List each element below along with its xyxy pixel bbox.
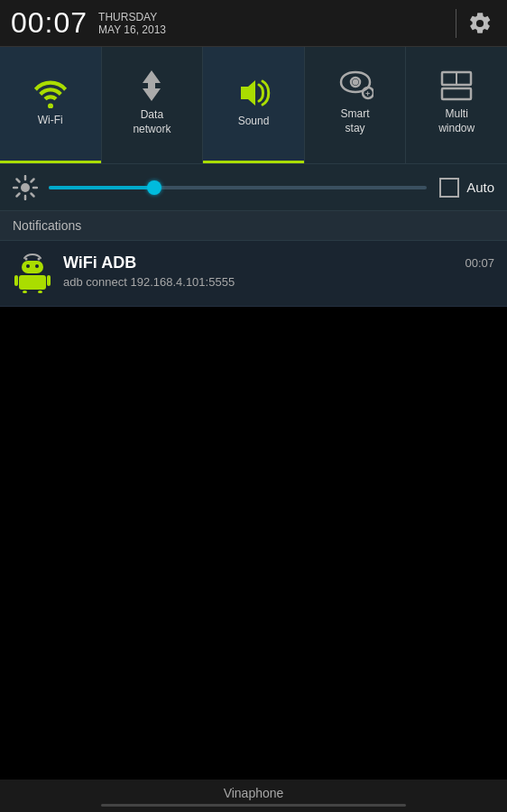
svg-point-23 [35, 264, 39, 268]
svg-rect-28 [38, 291, 42, 293]
svg-line-17 [32, 179, 34, 181]
notification-content: WiFi ADB adb connect 192.168.4.101:5555 [63, 254, 457, 289]
multi-window-icon [439, 69, 474, 102]
slider-fill [49, 186, 154, 189]
svg-point-22 [26, 264, 30, 268]
android-icon [14, 254, 51, 293]
qs-data-label: Data network [133, 108, 171, 136]
svg-line-16 [32, 193, 34, 196]
brightness-icon [13, 175, 38, 200]
active-indicator [0, 161, 101, 163]
gear-icon [467, 11, 493, 36]
qs-multi-window[interactable]: Multi window [406, 47, 507, 163]
notification-item[interactable]: WiFi ADB adb connect 192.168.4.101:5555 … [0, 241, 507, 307]
clock: 00:07 [11, 6, 88, 40]
notification-list: WiFi ADB adb connect 192.168.4.101:5555 … [0, 241, 507, 307]
auto-label-text: Auto [466, 180, 494, 195]
notification-body: adb connect 192.168.4.101:5555 [63, 275, 457, 289]
qs-multi-window-label: Multi window [438, 107, 475, 135]
svg-marker-2 [241, 80, 255, 106]
svg-rect-24 [19, 275, 46, 290]
auto-checkbox[interactable] [439, 178, 459, 198]
nav-bar-indicator [101, 804, 405, 807]
active-indicator [203, 161, 304, 163]
qs-smart-stay[interactable]: + Smart stay [305, 47, 407, 163]
settings-button[interactable] [464, 7, 496, 40]
notification-time: 00:07 [465, 254, 494, 270]
svg-rect-27 [23, 291, 27, 293]
svg-rect-25 [14, 275, 18, 286]
svg-rect-21 [22, 261, 43, 273]
brightness-bar: Auto [0, 164, 507, 211]
svg-rect-26 [47, 275, 51, 286]
qs-sound[interactable]: Sound [203, 47, 305, 163]
svg-line-15 [17, 179, 20, 181]
smart-stay-icon: + [337, 69, 373, 102]
date-block: THURSDAY MAY 16, 2013 [98, 11, 166, 36]
svg-point-10 [21, 183, 30, 192]
svg-line-18 [17, 193, 20, 196]
status-divider [456, 9, 456, 38]
qs-wifi-label: Wi-Fi [38, 114, 63, 128]
notification-icon-wrap [13, 254, 52, 293]
bottom-bar: Vinaphone [0, 780, 507, 812]
auto-brightness-toggle[interactable]: Auto [439, 178, 494, 198]
svg-point-19 [25, 258, 28, 261]
notifications-header: Notifications [0, 211, 507, 241]
svg-marker-1 [143, 83, 161, 101]
qs-sound-label: Sound [238, 115, 270, 129]
data-network-icon [135, 69, 168, 103]
wifi-icon [32, 78, 69, 108]
svg-point-20 [38, 258, 41, 261]
quick-settings-panel: Wi-Fi Data network Sound [0, 47, 507, 164]
carrier-name: Vinaphone [224, 786, 284, 800]
qs-wifi[interactable]: Wi-Fi [0, 47, 102, 163]
brightness-slider[interactable] [49, 186, 427, 189]
date-string: MAY 16, 2013 [98, 23, 166, 36]
qs-data-network[interactable]: Data network [102, 47, 204, 163]
slider-thumb [147, 180, 161, 195]
notification-title: WiFi ADB [63, 254, 457, 272]
sound-icon [235, 77, 272, 109]
notifications-label: Notifications [13, 218, 81, 233]
svg-rect-8 [442, 88, 471, 99]
day-name: THURSDAY [98, 11, 166, 23]
qs-smart-stay-label: Smart stay [341, 107, 370, 135]
status-bar: 00:07 THURSDAY MAY 16, 2013 [0, 0, 507, 47]
svg-point-4 [354, 80, 357, 84]
svg-text:+: + [365, 89, 370, 98]
